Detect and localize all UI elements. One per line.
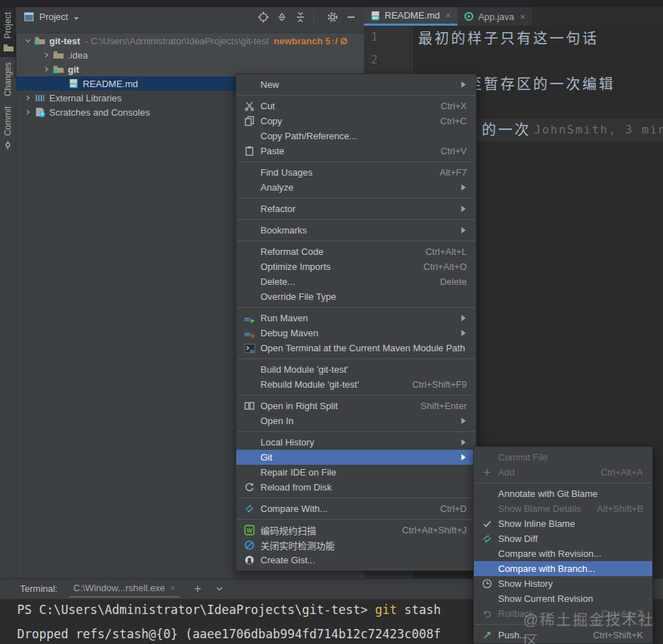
- menu-item-reformat-code[interactable]: Reformat CodeCtrl+Alt+L: [236, 244, 476, 259]
- submenu-arrow-icon: [460, 454, 467, 461]
- menu-item-show-blame-details[interactable]: Show Blame DetailsAlt+Shift+B: [474, 501, 652, 516]
- menu-item-refactor[interactable]: Refactor: [236, 201, 476, 216]
- menu-item-local-history[interactable]: Local History: [236, 435, 476, 450]
- menu-item-open-in[interactable]: Open In: [236, 413, 476, 428]
- project-panel-title[interactable]: Project: [39, 11, 68, 22]
- no-icon: [481, 548, 493, 560]
- menu-item-commit-file[interactable]: Commit File: [474, 450, 652, 465]
- menu-item-compare-with[interactable]: Compare With...Ctrl+D: [236, 501, 476, 516]
- menu-item-cut[interactable]: CutCtrl+X: [236, 99, 476, 114]
- sidebar-item-changes[interactable]: Changes: [0, 57, 16, 101]
- tab-close-icon[interactable]: ×: [445, 10, 451, 21]
- menu-item-open-in-right-split[interactable]: Open in Right SplitShift+Enter: [236, 398, 476, 413]
- sidebar-item-label: Commit: [3, 106, 13, 136]
- menu-item-find-usages[interactable]: Find UsagesAlt+F7: [236, 165, 476, 180]
- chevron-right-icon[interactable]: [41, 64, 52, 75]
- menu-item-build-module[interactable]: Build Module 'git-test': [236, 362, 476, 377]
- menu-item-label: Compare with Branch...: [498, 563, 643, 574]
- menu-item-bookmarks[interactable]: Bookmarks: [236, 223, 476, 238]
- chevron-down-icon[interactable]: [73, 14, 80, 21]
- inline-blame-annotation: JohnSmith, 3 minu: [534, 123, 663, 136]
- menu-item-label: Compare with Revision...: [498, 548, 643, 559]
- menu-item-delete[interactable]: Delete...Delete: [236, 274, 476, 289]
- menu-item-shortcut: Ctrl+C: [440, 116, 467, 126]
- terminal-text-segment: PS C:\Users\Administrator\IdeaProjects\g…: [17, 603, 375, 617]
- svg-text:m: m: [244, 313, 250, 322]
- menu-item-new[interactable]: New: [236, 77, 476, 92]
- menu-item-open-terminal-maven[interactable]: mOpen Terminal at the Current Maven Modu…: [236, 341, 476, 356]
- menu-item-add[interactable]: AddCtrl+Alt+A: [474, 465, 652, 480]
- menu-item-label: 编码规约扫描: [260, 523, 386, 537]
- compare-icon: [481, 533, 493, 545]
- close-icon[interactable]: ×: [170, 583, 176, 593]
- chevron-right-icon[interactable]: [41, 49, 52, 61]
- menu-item-rebuild-module[interactable]: Rebuild Module 'git-test'Ctrl+Shift+F9: [236, 377, 476, 392]
- expand-all-icon[interactable]: [276, 11, 288, 23]
- menu-item-reload-from-disk[interactable]: Reload from Disk: [236, 480, 476, 495]
- menu-item-show-inline-blame[interactable]: Show Inline Blame: [474, 516, 652, 531]
- chevron-down-icon[interactable]: [22, 35, 34, 46]
- new-terminal-icon[interactable]: +: [194, 582, 201, 596]
- sidebar-item-commit[interactable]: Commit: [0, 101, 16, 154]
- menu-item-analyze[interactable]: Analyze: [236, 180, 476, 195]
- menu-item-label: Reload from Disk: [260, 482, 467, 493]
- menu-item-compare-with-revision[interactable]: Compare with Revision...: [474, 546, 652, 561]
- menu-item-rollback[interactable]: Rollback...Ctrl+Alt+Z: [474, 606, 652, 621]
- menu-item-label: New: [260, 79, 453, 90]
- locate-icon[interactable]: [258, 11, 269, 23]
- reload-icon: [243, 482, 255, 493]
- menu-item-coding-convention-scan[interactable]: W编码规约扫描Ctrl+Alt+Shift+J: [236, 523, 476, 538]
- compare-icon: [243, 503, 255, 515]
- menu-item-shortcut: Ctrl+Alt+Z: [601, 608, 643, 619]
- sidebar-item-project[interactable]: Project: [0, 7, 16, 57]
- menu-item-show-diff[interactable]: Show Diff: [474, 531, 652, 546]
- menu-item-shortcut: Ctrl+Alt+Shift+J: [402, 525, 467, 535]
- no-icon: [243, 167, 255, 178]
- tree-item-label: Scratches and Consoles: [49, 107, 150, 118]
- menu-item-repair-ide[interactable]: Repair IDE on File: [236, 465, 476, 480]
- minimize-icon[interactable]: [345, 11, 357, 23]
- tree-row-idea-folder[interactable]: .idea: [16, 48, 364, 62]
- plus-icon: [481, 467, 493, 478]
- markdown-file-icon: MD: [370, 11, 380, 21]
- menu-item-paste[interactable]: PasteCtrl+V: [236, 144, 476, 159]
- menu-item-disable-realtime-inspection[interactable]: 关闭实时检测功能: [236, 538, 476, 553]
- menu-separator: [237, 198, 475, 198]
- sidebar-item-label: Project: [3, 12, 13, 39]
- tab-close-icon[interactable]: ×: [520, 11, 525, 22]
- menu-item-debug-maven[interactable]: mDebug Maven: [236, 326, 476, 341]
- no-icon: [243, 379, 255, 391]
- menu-item-create-gist[interactable]: Create Gist...: [236, 553, 476, 568]
- gear-icon[interactable]: [327, 11, 338, 23]
- menu-item-label: Push...: [498, 630, 577, 640]
- tab-app-java[interactable]: App.java×: [457, 7, 532, 26]
- chevron-right-icon[interactable]: [22, 92, 34, 104]
- collapse-all-icon[interactable]: [295, 11, 306, 23]
- no-icon: [243, 261, 255, 273]
- menu-item-compare-with-branch[interactable]: Compare with Branch...: [474, 561, 652, 576]
- menu-item-show-current-revision[interactable]: Show Current Revision: [474, 591, 652, 606]
- submenu-arrow-icon: [460, 315, 467, 322]
- check-icon: [481, 518, 493, 530]
- chevron-down-icon[interactable]: [216, 585, 223, 593]
- menu-item-label: Bookmarks: [260, 225, 453, 236]
- disable-inspect-icon: [243, 540, 255, 551]
- tree-item-label: git: [68, 64, 79, 75]
- menu-item-copy[interactable]: CopyCtrl+C: [236, 114, 476, 129]
- menu-item-run-maven[interactable]: mRun Maven: [236, 311, 476, 326]
- menu-item-push[interactable]: Push...Ctrl+Shift+K: [474, 628, 652, 643]
- tree-row-git-test[interactable]: git-test- C:\Users\Administrator\IdeaPro…: [16, 34, 364, 48]
- line-number: 2: [364, 49, 412, 71]
- source-folder-icon: [52, 64, 64, 75]
- menu-item-override-file-type[interactable]: Override File Type: [236, 289, 476, 304]
- menu-item-copy-path-reference[interactable]: Copy Path/Reference...: [236, 129, 476, 144]
- menu-item-git[interactable]: Git: [236, 450, 476, 465]
- github-icon: [243, 555, 255, 566]
- menu-item-show-history[interactable]: Show History: [474, 576, 652, 591]
- menu-item-annotate-git-blame[interactable]: Annotate with Git Blame: [474, 486, 652, 501]
- terminal-tab[interactable]: C:\Window...rshell.exe ×: [69, 580, 180, 598]
- chevron-right-icon[interactable]: [22, 106, 34, 118]
- menu-item-label: Copy Path/Reference...: [260, 131, 467, 141]
- tab-readme[interactable]: MDREADME.md×: [364, 7, 457, 26]
- menu-item-optimize-imports[interactable]: Optimize ImportsCtrl+Alt+O: [236, 259, 476, 274]
